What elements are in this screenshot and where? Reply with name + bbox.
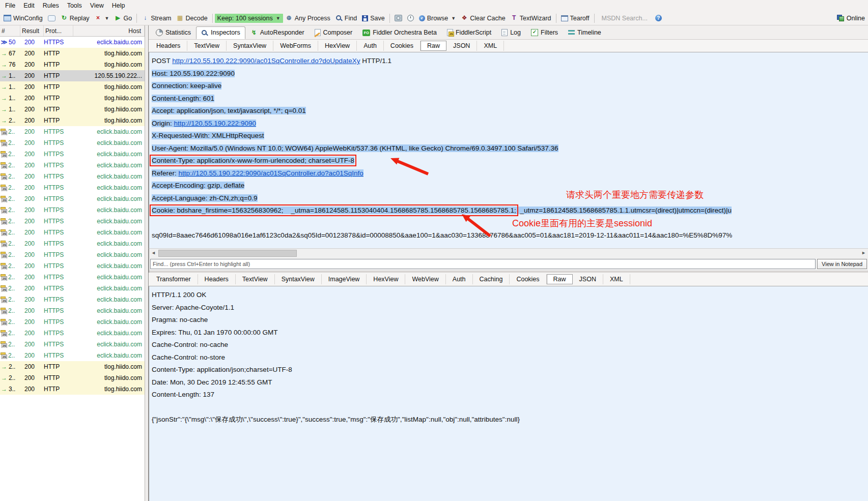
scroll-left-arrow-icon[interactable]: ◄: [150, 250, 157, 256]
request-tab-hexview[interactable]: HexView: [318, 41, 357, 51]
session-row[interactable]: 2..200HTTPSeclick.baidu.com: [0, 283, 145, 294]
menu-edit[interactable]: Edit: [19, 1, 39, 10]
request-raw-view[interactable]: 请求头两个重要地方需要传递参数 Cookie里面有用的主要是sessionid …: [149, 52, 868, 248]
toolbar-button-timer-icon[interactable]: [405, 14, 416, 22]
toolbar-button-clear-cache[interactable]: ❖Clear Cache: [458, 14, 508, 23]
toolbar-button-screenshot-icon[interactable]: [392, 14, 405, 22]
menu-view[interactable]: View: [86, 1, 108, 10]
session-row[interactable]: →1..200HTTP120.55.190.222...: [0, 70, 145, 81]
session-row[interactable]: 2..200HTTPSeclick.baidu.com: [0, 216, 145, 227]
tab-fiddlerscript[interactable]: FiddlerScript: [442, 26, 496, 39]
session-row[interactable]: →1..200HTTPtlog.hiido.com: [0, 93, 145, 104]
menu-help[interactable]: Help: [108, 1, 129, 10]
session-row[interactable]: 2..200HTTPSeclick.baidu.com: [0, 171, 145, 182]
session-row[interactable]: 2..200HTTPSeclick.baidu.com: [0, 316, 145, 328]
response-tab-syntaxview[interactable]: SyntaxView: [275, 274, 322, 284]
response-tab-textview[interactable]: TextView: [236, 274, 275, 284]
response-tab-caching[interactable]: Caching: [473, 274, 510, 284]
toolbar-button-textwizard[interactable]: TTextWizard: [508, 14, 554, 23]
request-tab-headers[interactable]: Headers: [150, 41, 187, 51]
scroll-right-arrow-icon[interactable]: ►: [860, 250, 867, 256]
tab-timeline[interactable]: Timeline: [563, 26, 606, 39]
response-tab-cookies[interactable]: Cookies: [510, 274, 546, 284]
msdn-search-box[interactable]: MSDN Search...: [597, 14, 653, 23]
toolbar-button-winconfig[interactable]: WinConfig: [1, 14, 45, 23]
response-tab-transformer[interactable]: Transformer: [150, 274, 198, 284]
response-tab-xml[interactable]: XML: [603, 274, 630, 284]
tab-inspectors[interactable]: Inspectors: [196, 26, 245, 39]
toolbar-button-tearoff[interactable]: Tearoff: [558, 14, 592, 23]
session-row[interactable]: 2..200HTTPSeclick.baidu.com: [0, 160, 145, 171]
session-row[interactable]: →3..200HTTPtlog.hiido.com: [0, 384, 145, 395]
column-header-prot[interactable]: Prot...: [44, 25, 73, 36]
tab-autoresponder[interactable]: ↯AutoResponder: [245, 26, 310, 39]
response-raw-view[interactable]: HTTP/1.1 200 OKServer: Apache-Coyote/1.1…: [149, 286, 868, 501]
column-header-result[interactable]: Result: [20, 25, 44, 36]
session-row[interactable]: 2..200HTTPSeclick.baidu.com: [0, 149, 145, 160]
menu-file[interactable]: File: [1, 1, 19, 10]
menu-rules[interactable]: Rules: [39, 1, 63, 10]
scrollbar-thumb[interactable]: [158, 250, 297, 257]
toolbar-button-any-process[interactable]: ⊕Any Process: [283, 14, 333, 23]
request-tab-json[interactable]: JSON: [446, 41, 477, 51]
toolbar-button-browse[interactable]: Browse▼: [416, 14, 459, 23]
response-tab-imageview[interactable]: ImageView: [322, 274, 367, 284]
tab-statistics[interactable]: Statistics: [151, 26, 196, 39]
response-tab-hexview[interactable]: HexView: [367, 274, 405, 284]
session-row[interactable]: 2..200HTTPSeclick.baidu.com: [0, 339, 145, 350]
session-row[interactable]: 2..200HTTPSeclick.baidu.com: [0, 182, 145, 193]
session-row[interactable]: 2..200HTTPSeclick.baidu.com: [0, 137, 145, 149]
toolbar-button-remove-x-icon[interactable]: ×▼: [92, 14, 112, 22]
find-input[interactable]: [150, 259, 816, 269]
tab-fiddler-orchestra-beta[interactable]: Fiddler Orchestra Beta: [357, 26, 442, 39]
session-row[interactable]: 2..200HTTPSeclick.baidu.com: [0, 238, 145, 249]
toolbar-button-find[interactable]: Find: [333, 14, 359, 23]
session-row[interactable]: 2..200HTTPSeclick.baidu.com: [0, 294, 145, 305]
request-tab-textview[interactable]: TextView: [187, 41, 227, 51]
response-tab-raw[interactable]: Raw: [547, 274, 573, 284]
toolbar-button-keep-100-sessions[interactable]: Keep: 100 sessions▼: [215, 14, 283, 23]
response-tab-webview[interactable]: WebView: [405, 274, 445, 284]
tab-composer[interactable]: Composer: [310, 26, 358, 39]
request-tab-auth[interactable]: Auth: [357, 41, 384, 51]
session-row[interactable]: 2..200HTTPSeclick.baidu.com: [0, 350, 145, 361]
menu-tools[interactable]: Tools: [63, 1, 86, 10]
session-row[interactable]: →76200HTTPtlog.hiido.com: [0, 59, 145, 70]
session-row[interactable]: →2..200HTTPtlog.hiido.com: [0, 115, 145, 126]
raw-link[interactable]: http://120.55.190.222:9090/ac01SqControl…: [179, 169, 363, 177]
session-row[interactable]: 2..200HTTPSeclick.baidu.com: [0, 204, 145, 216]
view-in-notepad-button[interactable]: View in Notepad: [817, 259, 867, 269]
session-row[interactable]: 2..200HTTPSeclick.baidu.com: [0, 328, 145, 339]
request-horizontal-scrollbar[interactable]: ◄ ►: [149, 248, 868, 257]
tab-log[interactable]: Log: [496, 26, 526, 39]
response-tab-headers[interactable]: Headers: [198, 274, 236, 284]
session-row[interactable]: 2..200HTTPSeclick.baidu.com: [0, 126, 145, 137]
session-row[interactable]: 2..200HTTPSeclick.baidu.com: [0, 193, 145, 204]
tab-filters[interactable]: Filters: [526, 26, 563, 39]
session-row[interactable]: →67200HTTPtlog.hiido.com: [0, 48, 145, 59]
raw-link[interactable]: http://120.55.190.222:9090/ac01SqControl…: [172, 57, 360, 65]
toolbar-button-go[interactable]: ▶Go: [112, 14, 135, 23]
request-tab-xml[interactable]: XML: [477, 41, 504, 51]
column-header-host[interactable]: Host: [73, 25, 145, 36]
session-list[interactable]: ≫50200HTTPSeclick.baidu.com→67200HTTPtlo…: [0, 37, 145, 501]
request-tab-raw[interactable]: Raw: [421, 41, 446, 51]
session-row[interactable]: ≫50200HTTPSeclick.baidu.com: [0, 37, 145, 48]
session-row[interactable]: →1..200HTTPtlog.hiido.com: [0, 81, 145, 93]
session-row[interactable]: 2..200HTTPSeclick.baidu.com: [0, 272, 145, 283]
session-row[interactable]: →2..200HTTPtlog.hiido.com: [0, 361, 145, 372]
request-tab-syntaxview[interactable]: SyntaxView: [227, 41, 273, 51]
session-row[interactable]: 2..200HTTPSeclick.baidu.com: [0, 260, 145, 272]
session-row[interactable]: 2..200HTTPSeclick.baidu.com: [0, 227, 145, 238]
toolbar-button-help-icon[interactable]: [653, 14, 664, 22]
request-tab-webforms[interactable]: WebForms: [273, 41, 318, 51]
toolbar-button-comment-icon[interactable]: [45, 14, 58, 22]
raw-link[interactable]: http://120.55.190.222:9090: [174, 120, 256, 127]
session-row[interactable]: 2..200HTTPSeclick.baidu.com: [0, 305, 145, 316]
toolbar-button-replay[interactable]: ↻Replay: [58, 14, 92, 23]
column-header-[interactable]: #: [0, 25, 20, 36]
response-tab-auth[interactable]: Auth: [446, 274, 473, 284]
session-row[interactable]: →1..200HTTPtlog.hiido.com: [0, 104, 145, 115]
toolbar-button-decode[interactable]: ▦Decode: [174, 14, 210, 23]
toolbar-button-save[interactable]: Save: [359, 14, 387, 23]
